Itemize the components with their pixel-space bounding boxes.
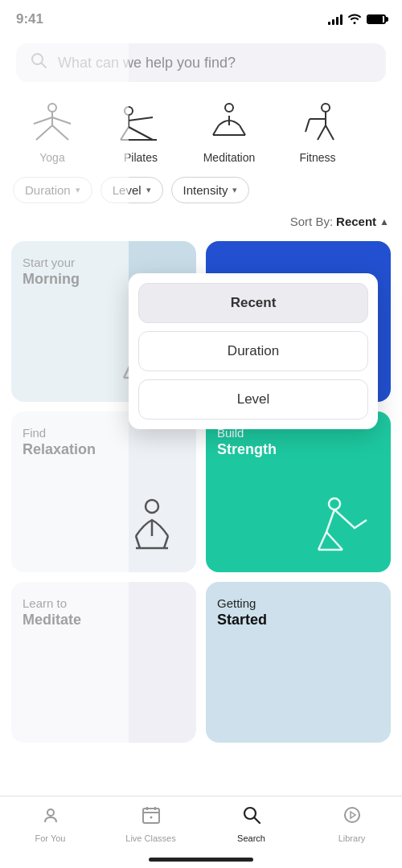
svg-point-34 [329, 498, 340, 510]
nav-label-search: Search [237, 833, 265, 843]
svg-point-19 [322, 104, 330, 112]
svg-line-10 [129, 117, 153, 121]
category-item-fitness[interactable]: Fitness [273, 95, 362, 170]
sort-by-button[interactable]: Recent ▲ [333, 215, 389, 228]
svg-line-1 [42, 63, 47, 68]
search-bar-container: What can we help you find? [0, 35, 402, 95]
category-item-pilates[interactable]: Pilates [96, 95, 185, 170]
svg-line-24 [306, 119, 310, 132]
card-strength[interactable]: Build Strength [206, 411, 391, 572]
card-relaxation-illustration [116, 492, 188, 564]
svg-line-15 [213, 125, 219, 135]
card-relaxation-title: Relaxation [23, 441, 185, 458]
card-meditate-title: Meditate [23, 612, 185, 628]
svg-line-30 [136, 536, 140, 548]
svg-line-23 [326, 125, 334, 140]
svg-point-2 [48, 104, 56, 112]
sort-dropdown[interactable]: Recent Duration Level [129, 273, 378, 429]
card-started-subtitle: Getting [217, 596, 379, 610]
sort-by-label: Sort By: [290, 215, 333, 228]
nav-label-library: Library [338, 833, 366, 843]
status-bar: 9:41 [0, 0, 402, 35]
card-started[interactable]: Getting Started [206, 582, 391, 743]
svg-line-6 [34, 117, 52, 124]
card-strength-title: Strength [217, 441, 379, 458]
category-label-pilates: Pilates [124, 151, 158, 164]
svg-point-29 [146, 500, 158, 513]
category-row: Yoga Pilates Meditation [0, 95, 402, 170]
nav-label-live-classes: Live Classes [125, 833, 175, 843]
chevron-up-icon: ▲ [379, 216, 389, 227]
svg-point-8 [125, 107, 133, 115]
chevron-down-icon-level: ▾ [146, 185, 151, 195]
sort-by-value: Recent [336, 215, 376, 228]
nav-label-for-you: For You [35, 833, 66, 843]
svg-line-5 [52, 125, 68, 140]
category-label-yoga: Yoga [39, 151, 64, 164]
svg-point-14 [225, 104, 233, 112]
svg-line-36 [318, 532, 326, 550]
wifi-icon [347, 13, 362, 27]
sort-by-row: Sort By: Recent ▲ [0, 210, 402, 231]
filter-label-duration: Duration [25, 183, 71, 197]
home-indicator [149, 858, 253, 862]
category-item-yoga[interactable]: Yoga [8, 95, 96, 170]
dropdown-option-duration[interactable]: Duration [138, 331, 368, 371]
svg-line-35 [326, 510, 334, 532]
battery-icon [367, 14, 386, 24]
nav-item-for-you[interactable]: For You [0, 805, 100, 843]
signal-icon [328, 14, 343, 25]
filter-row: Duration ▾ Level ▾ Intensity ▾ [0, 170, 402, 210]
svg-rect-40 [143, 809, 159, 823]
svg-line-11 [121, 127, 129, 140]
category-item-meditation[interactable]: Meditation [185, 95, 273, 170]
card-started-title: Started [217, 612, 379, 628]
status-icons [328, 13, 386, 27]
category-label-fitness: Fitness [299, 151, 335, 164]
chevron-down-icon-intensity: ▾ [232, 185, 237, 195]
card-meditate-subtitle: Learn to [23, 596, 185, 610]
search-nav-icon [241, 805, 262, 830]
svg-point-47 [345, 808, 359, 822]
filter-chip-level[interactable]: Level ▾ [100, 177, 163, 203]
for-you-icon [40, 805, 61, 830]
svg-line-22 [318, 125, 326, 140]
library-icon [342, 805, 363, 830]
dropdown-option-level[interactable]: Level [138, 379, 368, 420]
nav-item-library[interactable]: Library [302, 805, 402, 843]
status-time: 9:41 [16, 11, 43, 27]
category-label-meditation: Meditation [203, 151, 256, 164]
card-strength-illustration [310, 492, 383, 564]
filter-chip-duration[interactable]: Duration ▾ [13, 177, 92, 203]
card-meditate[interactable]: Learn to Meditate [11, 582, 196, 743]
nav-item-live-classes[interactable]: Live Classes [100, 805, 201, 843]
card-morning-subtitle: Start your [23, 256, 185, 269]
live-classes-icon [141, 805, 162, 830]
svg-line-4 [36, 125, 52, 140]
svg-line-16 [240, 125, 245, 135]
svg-line-12 [129, 127, 153, 140]
svg-point-39 [47, 809, 54, 816]
nav-item-search[interactable]: Search [201, 805, 302, 843]
filter-label-intensity: Intensity [183, 183, 228, 197]
search-icon [29, 51, 48, 75]
filter-chip-intensity[interactable]: Intensity ▾ [171, 177, 250, 203]
svg-line-31 [164, 536, 168, 548]
svg-line-7 [52, 117, 71, 124]
dropdown-option-recent[interactable]: Recent [138, 283, 368, 323]
svg-line-37 [326, 532, 343, 550]
search-placeholder-text: What can we help you find? [58, 55, 236, 72]
chevron-down-icon-duration: ▾ [76, 185, 80, 195]
search-bar[interactable]: What can we help you find? [16, 43, 386, 82]
card-relaxation[interactable]: Find Relaxation [11, 411, 196, 572]
filter-label-level: Level [113, 183, 142, 197]
svg-line-46 [254, 817, 260, 823]
